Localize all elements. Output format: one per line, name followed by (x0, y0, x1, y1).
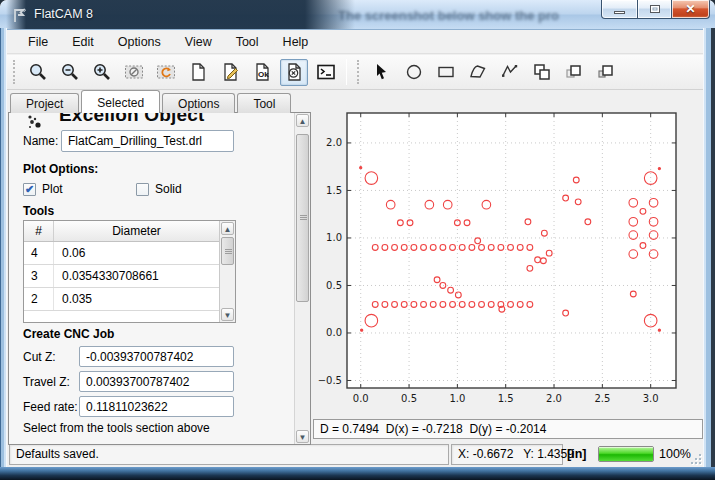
draw-circle-icon (404, 62, 424, 82)
select-pointer-icon (372, 62, 392, 82)
command-line-button[interactable] (312, 59, 340, 86)
travel-z-input[interactable] (79, 371, 234, 392)
clear-plot-button[interactable] (120, 59, 148, 86)
svg-text:2.0: 2.0 (546, 393, 562, 404)
tool-number-cell[interactable]: 3 (24, 265, 54, 287)
status-message: Defaults saved. (9, 444, 449, 465)
panel-heading: Excellon Object (59, 113, 269, 125)
progress-percent: 100% (659, 444, 691, 465)
toolbar-drag-handle[interactable] (357, 60, 361, 84)
scroll-up-icon[interactable]: ▲ (221, 222, 234, 235)
solid-checkbox-label: Solid (155, 182, 182, 196)
plot-region[interactable]: 0.00.51.01.52.02.53.0−0.50.00.51.01.52.0 (313, 96, 703, 416)
svg-text:0.0: 0.0 (326, 327, 342, 338)
save-ok-button[interactable]: Ok (248, 59, 276, 86)
cnc-section-heading: Create CNC Job (23, 327, 114, 341)
zoom-out-button[interactable] (56, 59, 84, 86)
window-border-left[interactable] (0, 28, 7, 480)
window-border-right[interactable] (703, 28, 715, 480)
tab-tool[interactable]: Tool (237, 93, 291, 113)
maximize-button[interactable] (638, 0, 671, 19)
svg-text:Ok: Ok (258, 70, 269, 79)
tool-table-row[interactable]: 30.0354330708661 (24, 265, 235, 288)
scroll-up-icon[interactable]: ▲ (296, 114, 309, 127)
selected-object-panel: Excellon Object Name: Plot Options: ✔ Pl… (8, 112, 311, 445)
replot-button[interactable] (152, 59, 180, 86)
tool-diameter-cell[interactable]: 0.035 (54, 288, 219, 310)
window-border-bottom[interactable] (0, 467, 715, 480)
solid-checkbox[interactable]: Solid (136, 182, 182, 196)
app-window: The screenshot below show the pro FlatCA… (0, 0, 715, 480)
tool-number-cell[interactable]: 2 (24, 288, 54, 310)
tool-number-cell[interactable]: 4 (24, 242, 54, 264)
cut-z-input[interactable] (79, 346, 234, 367)
tool-table-row[interactable]: 40.06 (24, 242, 235, 265)
panel-scroll-thumb[interactable] (296, 134, 309, 302)
checkbox-unchecked-icon (136, 183, 149, 196)
new-file-icon (188, 62, 208, 82)
minimize-button[interactable] (601, 0, 638, 19)
scroll-down-icon[interactable]: ▼ (221, 308, 234, 321)
menu-options[interactable]: Options (107, 32, 172, 52)
open-edit-button[interactable] (216, 59, 244, 86)
delta-readout: D = 0.7494 D(x) = -0.7218 D(y) = -0.2014 (313, 419, 703, 439)
scroll-down-icon[interactable]: ▼ (296, 430, 309, 443)
tool-table-row[interactable]: 20.035 (24, 288, 235, 311)
geo-copy-button[interactable] (560, 59, 588, 86)
tool-diameter-cell[interactable]: 0.0354330708661 (54, 265, 219, 287)
geo-copy-icon (564, 62, 584, 82)
zoom-in-button[interactable] (88, 59, 116, 86)
draw-rectangle-icon (436, 62, 456, 82)
tools-table[interactable]: # Diameter 40.0630.035433070866120.035 ▲… (23, 220, 236, 323)
command-line-icon (316, 62, 336, 82)
menu-help[interactable]: Help (272, 32, 320, 52)
tools-table-scrollbar[interactable]: ▲ ▼ (219, 221, 235, 322)
geo-union-button[interactable] (528, 59, 556, 86)
svg-text:0.5: 0.5 (401, 393, 417, 404)
cancel-x-button[interactable] (280, 59, 308, 86)
table-scroll-thumb[interactable] (221, 237, 234, 265)
panel-scrollbar[interactable]: ▲ ▼ (294, 113, 310, 444)
feed-rate-input[interactable] (79, 396, 234, 417)
svg-text:1.0: 1.0 (326, 232, 342, 243)
menu-file[interactable]: File (17, 32, 59, 52)
menu-bar: FileEditOptionsViewToolHelp (7, 30, 703, 54)
plot-canvas[interactable]: 0.00.51.01.52.02.53.0−0.50.00.51.01.52.0 (313, 96, 703, 416)
menu-edit[interactable]: Edit (61, 32, 105, 52)
name-label: Name: (23, 134, 58, 148)
col-header-diameter[interactable]: Diameter (54, 221, 219, 241)
svg-text:1.5: 1.5 (326, 185, 342, 196)
tab-options[interactable]: Options (162, 93, 235, 113)
progress-fill (599, 447, 653, 461)
toolbar-separator (346, 59, 347, 85)
cancel-x-icon (284, 62, 304, 82)
background-window-text: The screenshot below show the pro (338, 8, 608, 23)
plot-checkbox[interactable]: ✔ Plot (23, 182, 63, 196)
toolbar-drag-handle[interactable] (13, 60, 17, 84)
draw-circle-button[interactable] (400, 59, 428, 86)
plot-checkbox-label: Plot (42, 182, 63, 196)
close-button[interactable]: ✕ (671, 0, 710, 19)
zoom-fit-button[interactable] (24, 59, 52, 86)
draw-rectangle-button[interactable] (432, 59, 460, 86)
title-bar[interactable]: The screenshot below show the pro FlatCA… (0, 0, 715, 30)
name-input[interactable] (61, 130, 234, 152)
toolbar: Ok (7, 55, 703, 90)
resize-grip[interactable] (691, 454, 701, 464)
new-file-button[interactable] (184, 59, 212, 86)
tool-diameter-cell[interactable]: 0.06 (54, 242, 219, 264)
col-header-number[interactable]: # (24, 221, 54, 241)
select-pointer-button[interactable] (368, 59, 396, 86)
menu-tool[interactable]: Tool (225, 32, 270, 52)
menu-view[interactable]: View (174, 32, 223, 52)
draw-path-button[interactable] (496, 59, 524, 86)
svg-text:1.5: 1.5 (498, 393, 514, 404)
draw-polygon-button[interactable] (464, 59, 492, 86)
geo-move-button[interactable] (592, 59, 620, 86)
travel-z-label: Travel Z: (23, 375, 70, 389)
tab-project[interactable]: Project (10, 93, 79, 113)
svg-text:3.0: 3.0 (643, 393, 659, 404)
progress-bar (598, 446, 654, 462)
tab-selected[interactable]: Selected (81, 90, 160, 113)
tab-bar: ProjectSelectedOptionsTool (8, 90, 311, 113)
